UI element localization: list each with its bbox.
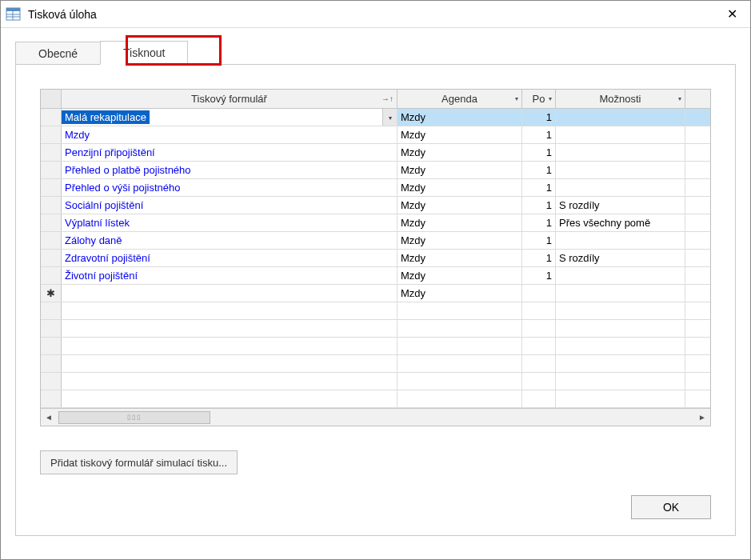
add-form-button[interactable]: Přidat tiskový formulář simulací tisku..…: [40, 450, 238, 474]
cell-po[interactable]: 1: [522, 109, 556, 126]
window-title: Tisková úloha: [28, 8, 713, 21]
cell-form[interactable]: [62, 285, 397, 302]
cell-form[interactable]: Přehled o platbě pojistného: [62, 162, 397, 178]
table-row[interactable]: Zálohy daněMzdy1: [41, 232, 710, 250]
cell-po[interactable]: 1: [522, 250, 556, 266]
cell-agenda[interactable]: Mzdy: [397, 162, 522, 178]
table-row[interactable]: MzdyMzdy1: [41, 126, 710, 144]
scroll-left-icon[interactable]: ◄: [41, 410, 57, 426]
cell-po[interactable]: 1: [522, 214, 556, 231]
titlebar: Tisková úloha ✕: [1, 1, 750, 28]
cell-form[interactable]: Přehled o výši pojistného: [62, 179, 397, 196]
cell-pad: [685, 144, 710, 161]
row-selector[interactable]: [41, 162, 62, 178]
table-row[interactable]: Výplatní lístekMzdy1Přes všechny pomě: [41, 214, 710, 232]
table-row[interactable]: Malá rekapitulace▾Mzdy1: [41, 109, 710, 126]
col-agenda-label: Agenda: [441, 93, 477, 105]
cell-po[interactable]: 1: [522, 267, 556, 284]
table-row[interactable]: Penzijní připojištěníMzdy1: [41, 144, 710, 162]
row-selector[interactable]: [41, 197, 62, 214]
row-selector[interactable]: [41, 214, 62, 231]
cell-agenda[interactable]: Mzdy: [397, 109, 522, 126]
scroll-thumb[interactable]: ▯▯▯: [58, 411, 210, 424]
svg-rect-1: [6, 8, 20, 11]
cell-pad: [685, 126, 710, 143]
cell-po[interactable]: 1: [522, 144, 556, 161]
dropdown-icon[interactable]: ▾: [382, 109, 397, 126]
close-icon: ✕: [727, 8, 737, 21]
col-options[interactable]: Možnosti ▾: [556, 90, 685, 108]
col-options-label: Možnosti: [599, 93, 641, 105]
table-row[interactable]: Sociální pojištěníMzdy1S rozdíly: [41, 197, 710, 214]
cell-options[interactable]: S rozdíly: [556, 197, 685, 214]
tab-print[interactable]: Tisknout: [100, 41, 188, 65]
cell-form[interactable]: Sociální pojištění: [62, 197, 397, 214]
cell-options[interactable]: [556, 144, 685, 161]
table-row[interactable]: ✱Mzdy: [41, 285, 710, 302]
cell-form[interactable]: Zálohy daně: [62, 232, 397, 249]
cell-agenda[interactable]: Mzdy: [397, 285, 522, 302]
cell-options[interactable]: [556, 232, 685, 249]
cell-form[interactable]: Výplatní lístek: [62, 214, 397, 231]
horizontal-scrollbar[interactable]: ◄ ▯▯▯ ►: [41, 408, 710, 426]
cell-agenda[interactable]: Mzdy: [397, 179, 522, 196]
cell-po[interactable]: 1: [522, 197, 556, 214]
table-row[interactable]: Životní pojištěníMzdy1: [41, 267, 710, 285]
cell-options[interactable]: [556, 285, 685, 302]
table-row[interactable]: Zdravotní pojištěníMzdy1S rozdíly: [41, 250, 710, 267]
cell-pad: [685, 179, 710, 196]
col-form[interactable]: Tiskový formulář →↑: [62, 90, 397, 108]
cell-options[interactable]: S rozdíly: [556, 250, 685, 266]
cell-form[interactable]: Penzijní připojištění: [62, 144, 397, 161]
tab-general[interactable]: Obecné: [15, 42, 101, 65]
ok-button[interactable]: OK: [631, 495, 711, 519]
col-agenda[interactable]: Agenda ▾: [397, 90, 522, 108]
cell-agenda[interactable]: Mzdy: [397, 197, 522, 214]
cell-form[interactable]: Malá rekapitulace▾: [62, 109, 397, 126]
cell-options[interactable]: [556, 126, 685, 143]
cell-form[interactable]: Zdravotní pojištění: [62, 250, 397, 266]
cell-form[interactable]: Mzdy: [62, 126, 397, 143]
row-selector[interactable]: ✱: [41, 285, 62, 302]
row-selector[interactable]: [41, 126, 62, 143]
cell-options[interactable]: Přes všechny pomě: [556, 214, 685, 231]
row-selector[interactable]: [41, 250, 62, 266]
cell-po[interactable]: 1: [522, 162, 556, 178]
row-selector[interactable]: [41, 179, 62, 196]
col-selector[interactable]: [41, 90, 62, 108]
scroll-right-icon[interactable]: ►: [694, 410, 710, 426]
row-selector[interactable]: [41, 267, 62, 284]
sort-asc-icon: →↑: [381, 94, 393, 103]
selected-form-text: Malá rekapitulace: [62, 110, 150, 124]
cell-options[interactable]: [556, 109, 685, 126]
cell-agenda[interactable]: Mzdy: [397, 232, 522, 249]
col-po[interactable]: Po ▾: [522, 90, 556, 108]
cell-options[interactable]: [556, 267, 685, 284]
cell-agenda[interactable]: Mzdy: [397, 144, 522, 161]
cell-form[interactable]: Životní pojištění: [62, 267, 397, 284]
cell-agenda[interactable]: Mzdy: [397, 214, 522, 231]
cell-pad: [685, 267, 710, 284]
col-form-label: Tiskový formulář: [191, 93, 267, 105]
tab-panel: Tiskový formulář →↑ Agenda ▾ Po ▾ Možnos…: [15, 64, 736, 536]
row-selector[interactable]: [41, 109, 62, 126]
grid-empty-rows: [41, 302, 710, 408]
close-button[interactable]: ✕: [713, 1, 750, 28]
row-selector[interactable]: [41, 144, 62, 161]
table-row[interactable]: Přehled o platbě pojistnéhoMzdy1: [41, 162, 710, 179]
cell-agenda[interactable]: Mzdy: [397, 250, 522, 266]
cell-po[interactable]: [522, 285, 556, 302]
cell-po[interactable]: 1: [522, 232, 556, 249]
app-icon: [6, 7, 22, 22]
cell-agenda[interactable]: Mzdy: [397, 267, 522, 284]
col-pad: [685, 90, 710, 108]
cell-agenda[interactable]: Mzdy: [397, 126, 522, 143]
cell-po[interactable]: 1: [522, 179, 556, 196]
row-selector[interactable]: [41, 232, 62, 249]
table-row[interactable]: Přehled o výši pojistnéhoMzdy1: [41, 179, 710, 197]
cell-options[interactable]: [556, 162, 685, 178]
cell-pad: [685, 232, 710, 249]
cell-po[interactable]: 1: [522, 126, 556, 143]
col-po-label: Po: [533, 93, 545, 105]
cell-options[interactable]: [556, 179, 685, 196]
